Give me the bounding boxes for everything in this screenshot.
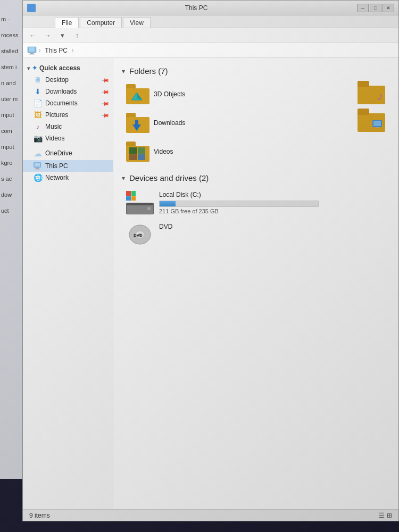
- network-icon: 🌐: [34, 173, 42, 182]
- folder-videos-label: Videos: [154, 148, 173, 155]
- folder-videos-icon: [126, 142, 149, 162]
- tab-computer[interactable]: Computer: [80, 17, 122, 28]
- sidebar-desktop-label: Desktop: [45, 76, 69, 84]
- sidebar-item-desktop[interactable]: 🖥 Desktop 📌: [23, 74, 113, 86]
- sidebar-pictures-label: Pictures: [45, 111, 68, 119]
- grid-view-icon[interactable]: ⊞: [387, 512, 392, 519]
- sidebar-this-pc-label: This PC: [45, 162, 68, 170]
- list-view-icon[interactable]: ☰: [379, 512, 385, 519]
- sidebar-network-label: Network: [45, 174, 69, 181]
- file-explorer-window: This PC ─ □ ✕ File Computer View ← → ▾: [22, 0, 399, 521]
- download-arrow-icon: [130, 119, 143, 131]
- sidebar-item-pictures[interactable]: 🖼 Pictures 📌: [23, 109, 113, 121]
- folder-downloads[interactable]: Downloads: [122, 110, 344, 136]
- background-strip: m - rocess stalled stem i n and uter m m…: [0, 0, 22, 479]
- local-disk-icon: [126, 191, 154, 214]
- sidebar-videos-label: Videos: [45, 135, 64, 142]
- pin-icon-downloads: 📌: [101, 87, 110, 96]
- back-button[interactable]: ←: [26, 30, 39, 41]
- window-icon: [27, 4, 36, 12]
- this-pc-icon: [34, 162, 42, 170]
- sidebar-item-onedrive[interactable]: ☁ OneDrive: [23, 147, 113, 159]
- sidebar-item-videos[interactable]: 📷 Videos: [23, 132, 113, 144]
- folder-thumb-music[interactable]: ♪: [358, 81, 385, 104]
- svg-rect-7: [35, 169, 40, 170]
- bg-text-3: stalled: [0, 48, 22, 54]
- folders-section-title: Folders (7): [129, 66, 168, 76]
- forward-button[interactable]: →: [41, 30, 54, 41]
- folder-3d-icon: [126, 84, 149, 104]
- 3d-object-icon: [130, 92, 143, 102]
- quick-access-star-icon: ✦: [32, 64, 37, 72]
- pin-icon-pics: 📌: [101, 111, 110, 119]
- svg-rect-13: [373, 121, 381, 126]
- main-pane: ▾ Folders (7): [113, 58, 398, 509]
- onedrive-icon: ☁: [34, 149, 42, 157]
- window-controls: ─ □ ✕: [357, 4, 394, 12]
- minimize-button[interactable]: ─: [357, 4, 369, 12]
- computer-icon: [27, 46, 37, 55]
- sidebar-item-downloads[interactable]: ⬇ Downloads 📌: [23, 86, 113, 97]
- bg-text-11: s ac: [0, 176, 22, 182]
- ribbon-tabs: File Computer View: [23, 15, 398, 28]
- sidebar-item-music[interactable]: ♪ Music: [23, 121, 113, 132]
- folder-thumb-2[interactable]: [358, 109, 385, 132]
- sidebar-quick-access-header[interactable]: ▾ ✦ Quick access: [23, 62, 113, 74]
- toolbar: ← → ▾ ↑: [23, 28, 398, 43]
- svg-rect-2: [30, 53, 34, 54]
- svg-rect-1: [29, 47, 35, 52]
- quick-access-label: Quick access: [39, 64, 80, 72]
- sidebar-downloads-label: Downloads: [45, 88, 77, 95]
- devices-section-title: Devices and drives (2): [129, 173, 209, 182]
- up-button[interactable]: ↑: [71, 30, 84, 41]
- sidebar-item-this-pc[interactable]: This PC: [23, 160, 113, 172]
- svg-marker-11: [132, 124, 141, 131]
- tab-view[interactable]: View: [123, 17, 151, 28]
- dvd-info: DVD: [159, 223, 386, 232]
- svg-rect-3: [29, 54, 35, 55]
- sidebar-item-documents[interactable]: 📄 Documents 📌: [23, 97, 113, 109]
- folders-section-header[interactable]: ▾ Folders (7): [122, 66, 390, 76]
- downloads-sidebar-icon: ⬇: [34, 87, 42, 96]
- folder-downloads-label: Downloads: [154, 119, 185, 127]
- local-disk-name: Local Disk (C:): [159, 191, 386, 198]
- dvd-label: DVD: [159, 223, 386, 230]
- bg-text-6: uter m: [0, 96, 22, 102]
- monitor-thumbnail-icon: [372, 120, 383, 129]
- bg-text-9: mput: [0, 144, 22, 150]
- status-bar: 9 items ☰ ⊞: [23, 509, 398, 521]
- address-this-pc[interactable]: This PC: [43, 46, 70, 55]
- bg-text-7: mput: [0, 112, 22, 118]
- folder-3d-label: 3D Objects: [154, 90, 185, 98]
- bg-text-5: n and: [0, 80, 22, 86]
- dropdown-button[interactable]: ▾: [56, 30, 69, 41]
- dvd-disc-svg: DVD: [126, 223, 154, 246]
- device-dvd[interactable]: DVD DVD: [122, 220, 390, 250]
- maximize-button[interactable]: □: [370, 4, 381, 12]
- tab-file[interactable]: File: [55, 17, 79, 28]
- address-separator-2: ›: [72, 47, 73, 53]
- folder-downloads-icon: [126, 113, 149, 133]
- pin-icon-docs: 📌: [101, 99, 110, 107]
- up-arrow-icon: ↑: [76, 31, 79, 39]
- bg-text-12: dow: [0, 192, 22, 198]
- sidebar: ▾ ✦ Quick access 🖥 Desktop 📌 ⬇ Downloads…: [23, 58, 113, 509]
- svg-rect-5: [35, 163, 40, 167]
- devices-section-header[interactable]: ▾ Devices and drives (2): [122, 173, 390, 182]
- folder-3d-objects[interactable]: 3D Objects: [122, 81, 344, 107]
- folder-videos[interactable]: Videos: [122, 138, 344, 165]
- disk-space-fill: [160, 201, 176, 206]
- svg-text:DVD: DVD: [134, 233, 143, 238]
- sidebar-onedrive-label: OneDrive: [45, 149, 72, 157]
- view-controls: ☰ ⊞: [379, 512, 392, 519]
- title-bar: This PC ─ □ ✕: [23, 1, 398, 15]
- address-separator-1: ›: [39, 47, 40, 53]
- local-disk-info: Local Disk (C:) 211 GB free of 235 GB: [159, 191, 386, 214]
- bg-text-4: stem i: [0, 64, 22, 70]
- close-button[interactable]: ✕: [383, 4, 394, 12]
- device-local-disk[interactable]: Local Disk (C:) 211 GB free of 235 GB: [122, 188, 390, 218]
- music-icon: ♪: [34, 122, 42, 131]
- dvd-icon: DVD: [126, 223, 154, 246]
- address-bar[interactable]: › This PC ›: [23, 43, 398, 58]
- sidebar-item-network[interactable]: 🌐 Network: [23, 172, 113, 184]
